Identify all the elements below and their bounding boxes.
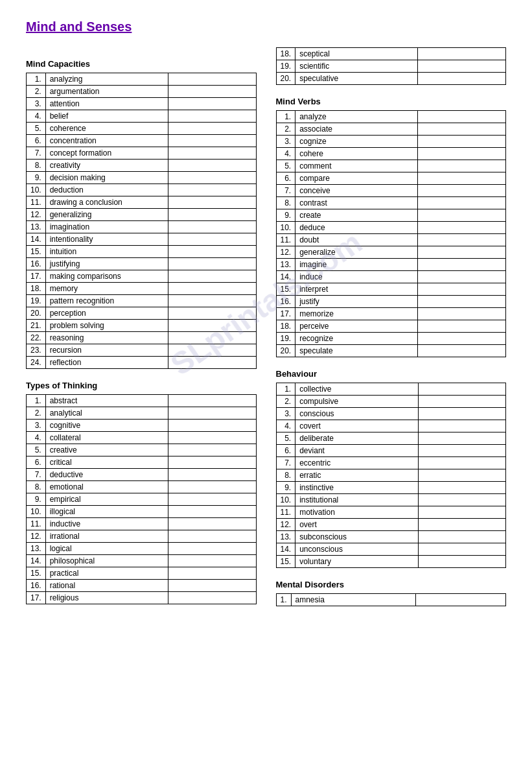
row-word: perceive [295,320,418,333]
row-blank [418,271,506,283]
row-blank [418,234,506,246]
table-row: 19. pattern recognition [27,295,257,307]
row-word: unconscious [295,543,418,556]
row-word: contrast [295,197,418,209]
row-number: 9. [27,493,46,506]
table-row: 20. speculate [276,345,506,357]
row-blank [168,344,256,357]
mind-capacities-table: 1. analyzing 2. argumentation 3. attenti… [26,73,257,369]
row-blank [168,481,256,493]
row-word: create [295,209,418,222]
row-blank [168,233,256,246]
row-word: motivation [295,506,418,519]
table-row: 19. recognize [276,333,506,345]
types-continued-table: 18. sceptical 19. scientific 20. specula… [276,47,507,85]
row-word: belief [45,110,168,123]
table-row: 17. religious [27,592,257,604]
row-blank [168,320,256,332]
row-word: compulsive [295,396,418,408]
row-number: 10. [27,184,46,196]
row-blank [168,395,256,407]
row-word: rational [45,580,168,592]
row-blank [418,172,506,185]
row-blank [168,270,256,283]
row-blank [418,531,505,543]
table-row: 1. analyze [276,111,506,123]
table-row: 15. interpret [276,283,506,296]
table-row: 7. eccentric [276,457,506,469]
table-row: 13. subconscious [276,531,506,543]
table-row: 7. conceive [276,185,506,197]
row-blank [168,147,256,160]
row-blank [418,148,506,160]
table-row: 7. concept formation [27,147,257,160]
table-row: 11. drawing a conclusion [27,196,257,209]
table-row: 6. concentration [27,135,257,147]
row-number: 1. [276,383,295,396]
mental-disorders-title: Mental Disorders [276,580,507,589]
row-word: interpret [295,283,418,296]
row-word: religious [45,592,168,604]
row-number: 13. [27,543,46,555]
row-number: 22. [27,332,46,344]
row-word: institutional [295,494,418,506]
row-number: 11. [276,234,295,246]
row-word: practical [45,567,168,580]
row-word: drawing a conclusion [45,196,168,209]
row-blank [418,519,505,531]
row-number: 21. [27,320,46,332]
table-row: 24. reflection [27,357,257,369]
row-word: irrational [45,530,168,543]
row-number: 2. [276,123,295,136]
row-blank [418,73,506,85]
row-blank [168,530,256,543]
row-blank [168,567,256,580]
row-word: comment [295,160,418,172]
table-row: 15. voluntary [276,556,506,568]
row-word: logical [45,543,168,555]
row-word: analyzing [45,73,168,86]
row-number: 18. [276,48,295,60]
row-word: abstract [45,395,168,407]
row-blank [418,296,506,308]
row-number: 15. [27,246,46,258]
row-word: emotional [45,481,168,493]
row-blank [168,493,256,506]
row-number: 15. [276,556,295,568]
table-row: 4. belief [27,110,257,123]
table-row: 8. contrast [276,197,506,209]
row-number: 3. [276,136,295,148]
row-blank [168,184,256,196]
row-number: 4. [276,148,295,160]
table-row: 17. memorize [276,308,506,320]
row-blank [168,98,256,110]
row-blank [168,420,256,432]
row-blank [168,73,256,86]
table-row: 8. creativity [27,160,257,172]
row-blank [418,494,505,506]
row-number: 12. [27,209,46,221]
row-blank [418,222,506,234]
row-blank [168,196,256,209]
row-word: coherence [45,123,168,135]
row-blank [418,420,505,432]
table-row: 2. compulsive [276,396,506,408]
row-blank [418,209,506,222]
row-number: 12. [276,246,295,259]
row-blank [418,408,505,420]
row-word: induce [295,271,418,283]
row-blank [418,48,506,60]
row-blank [168,580,256,592]
row-word: recognize [295,333,418,345]
row-word: speculate [295,345,418,357]
row-blank [418,345,506,357]
row-number: 1. [276,594,291,606]
row-word: making comparisons [45,270,168,283]
table-row: 20. speculative [276,73,506,85]
table-row: 3. attention [27,98,257,110]
row-number: 2. [27,407,46,420]
table-row: 15. practical [27,567,257,580]
row-word: justifying [45,258,168,270]
row-word: analyze [295,111,418,123]
table-row: 4. cohere [276,148,506,160]
